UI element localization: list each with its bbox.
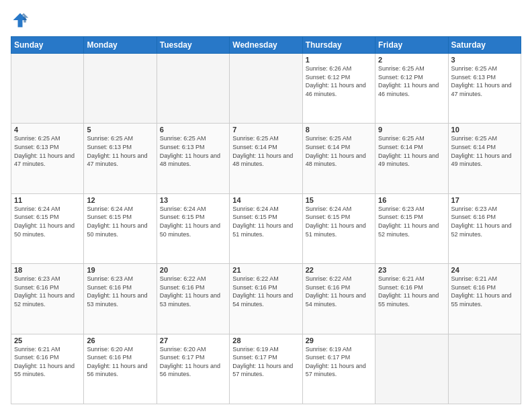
calendar-cell: 9Sunrise: 6:25 AMSunset: 6:14 PMDaylight… (375, 124, 448, 193)
calendar-day-header: Thursday (302, 37, 375, 54)
calendar-cell: 12Sunrise: 6:24 AMSunset: 6:15 PMDayligh… (84, 193, 157, 263)
calendar-table: SundayMondayTuesdayWednesdayThursdayFrid… (11, 36, 521, 404)
day-number: 21 (232, 266, 299, 274)
day-info: Sunrise: 6:23 AMSunset: 6:16 PMDaylight:… (87, 275, 153, 308)
calendar-cell: 16Sunrise: 6:23 AMSunset: 6:15 PMDayligh… (375, 193, 448, 263)
calendar-cell: 3Sunrise: 6:25 AMSunset: 6:13 PMDaylight… (448, 54, 521, 124)
calendar-cell (11, 54, 84, 124)
calendar-cell: 11Sunrise: 6:24 AMSunset: 6:15 PMDayligh… (11, 193, 84, 263)
day-info: Sunrise: 6:21 AMSunset: 6:16 PMDaylight:… (378, 275, 445, 308)
day-info: Sunrise: 6:20 AMSunset: 6:16 PMDaylight:… (87, 345, 153, 379)
day-info: Sunrise: 6:25 AMSunset: 6:14 PMDaylight:… (232, 134, 299, 168)
day-info: Sunrise: 6:25 AMSunset: 6:13 PMDaylight:… (160, 134, 226, 168)
day-info: Sunrise: 6:22 AMSunset: 6:16 PMDaylight:… (232, 275, 299, 308)
day-number: 28 (232, 336, 299, 345)
calendar-day-header: Tuesday (157, 37, 229, 54)
day-number: 10 (451, 126, 518, 134)
day-number: 20 (160, 266, 226, 274)
calendar-cell: 10Sunrise: 6:25 AMSunset: 6:14 PMDayligh… (448, 124, 521, 193)
day-info: Sunrise: 6:20 AMSunset: 6:17 PMDaylight:… (160, 345, 226, 379)
calendar-week-row: 25Sunrise: 6:21 AMSunset: 6:16 PMDayligh… (11, 334, 521, 404)
day-info: Sunrise: 6:23 AMSunset: 6:15 PMDaylight:… (378, 205, 445, 238)
day-number: 7 (232, 126, 299, 134)
day-info: Sunrise: 6:25 AMSunset: 6:14 PMDaylight:… (378, 134, 445, 168)
calendar-day-header: Monday (84, 37, 157, 54)
day-info: Sunrise: 6:25 AMSunset: 6:14 PMDaylight:… (451, 134, 518, 168)
day-info: Sunrise: 6:26 AMSunset: 6:12 PMDaylight:… (306, 64, 372, 98)
day-number: 9 (378, 126, 445, 134)
day-info: Sunrise: 6:22 AMSunset: 6:16 PMDaylight:… (306, 275, 372, 308)
calendar-cell: 2Sunrise: 6:25 AMSunset: 6:12 PMDaylight… (375, 54, 448, 124)
day-info: Sunrise: 6:25 AMSunset: 6:12 PMDaylight:… (378, 64, 445, 98)
logo-icon (11, 11, 30, 30)
calendar-cell: 6Sunrise: 6:25 AMSunset: 6:13 PMDaylight… (157, 124, 229, 193)
day-info: Sunrise: 6:23 AMSunset: 6:16 PMDaylight:… (451, 205, 518, 238)
day-info: Sunrise: 6:22 AMSunset: 6:16 PMDaylight:… (160, 275, 226, 308)
calendar-cell: 21Sunrise: 6:22 AMSunset: 6:16 PMDayligh… (230, 264, 302, 334)
day-number: 11 (14, 196, 81, 204)
day-number: 29 (306, 336, 372, 345)
day-info: Sunrise: 6:24 AMSunset: 6:15 PMDaylight:… (87, 205, 153, 238)
calendar-header-row: SundayMondayTuesdayWednesdayThursdayFrid… (11, 37, 521, 54)
calendar-day-header: Wednesday (230, 37, 302, 54)
calendar-cell: 29Sunrise: 6:19 AMSunset: 6:17 PMDayligh… (302, 334, 375, 404)
day-info: Sunrise: 6:25 AMSunset: 6:13 PMDaylight:… (14, 134, 81, 168)
calendar-cell: 22Sunrise: 6:22 AMSunset: 6:16 PMDayligh… (302, 264, 375, 334)
page: SundayMondayTuesdayWednesdayThursdayFrid… (0, 0, 532, 411)
calendar-cell: 27Sunrise: 6:20 AMSunset: 6:17 PMDayligh… (157, 334, 229, 404)
day-number: 2 (378, 56, 445, 64)
day-info: Sunrise: 6:25 AMSunset: 6:13 PMDaylight:… (87, 134, 153, 168)
day-number: 5 (87, 126, 153, 134)
day-number: 14 (232, 196, 299, 204)
day-info: Sunrise: 6:23 AMSunset: 6:16 PMDaylight:… (14, 275, 81, 308)
day-number: 24 (451, 266, 518, 274)
calendar-cell (157, 54, 229, 124)
calendar-day-header: Saturday (448, 37, 521, 54)
calendar-week-row: 1Sunrise: 6:26 AMSunset: 6:12 PMDaylight… (11, 54, 521, 124)
day-info: Sunrise: 6:24 AMSunset: 6:15 PMDaylight:… (160, 205, 226, 238)
day-number: 8 (306, 126, 372, 134)
day-info: Sunrise: 6:21 AMSunset: 6:16 PMDaylight:… (14, 345, 81, 379)
day-number: 25 (14, 336, 81, 345)
header (11, 11, 521, 30)
day-number: 15 (306, 196, 372, 204)
calendar-week-row: 11Sunrise: 6:24 AMSunset: 6:15 PMDayligh… (11, 193, 521, 263)
calendar-day-header: Friday (375, 37, 448, 54)
day-info: Sunrise: 6:21 AMSunset: 6:16 PMDaylight:… (451, 275, 518, 308)
day-number: 16 (378, 196, 445, 204)
day-number: 27 (160, 336, 226, 345)
day-number: 1 (306, 56, 372, 64)
day-info: Sunrise: 6:24 AMSunset: 6:15 PMDaylight:… (14, 205, 81, 238)
day-info: Sunrise: 6:25 AMSunset: 6:13 PMDaylight:… (451, 64, 518, 98)
calendar-cell (448, 334, 521, 404)
calendar-cell: 24Sunrise: 6:21 AMSunset: 6:16 PMDayligh… (448, 264, 521, 334)
calendar-cell (375, 334, 448, 404)
calendar-cell: 1Sunrise: 6:26 AMSunset: 6:12 PMDaylight… (302, 54, 375, 124)
calendar-cell: 28Sunrise: 6:19 AMSunset: 6:17 PMDayligh… (230, 334, 302, 404)
day-number: 4 (14, 126, 81, 134)
day-number: 6 (160, 126, 226, 134)
day-number: 3 (451, 56, 518, 64)
calendar-cell: 19Sunrise: 6:23 AMSunset: 6:16 PMDayligh… (84, 264, 157, 334)
day-info: Sunrise: 6:24 AMSunset: 6:15 PMDaylight:… (232, 205, 299, 238)
calendar-cell: 5Sunrise: 6:25 AMSunset: 6:13 PMDaylight… (84, 124, 157, 193)
day-number: 23 (378, 266, 445, 274)
day-number: 18 (14, 266, 81, 274)
day-info: Sunrise: 6:24 AMSunset: 6:15 PMDaylight:… (306, 205, 372, 238)
day-info: Sunrise: 6:25 AMSunset: 6:14 PMDaylight:… (306, 134, 372, 168)
calendar-cell: 17Sunrise: 6:23 AMSunset: 6:16 PMDayligh… (448, 193, 521, 263)
calendar-cell (84, 54, 157, 124)
calendar-cell: 7Sunrise: 6:25 AMSunset: 6:14 PMDaylight… (230, 124, 302, 193)
day-number: 12 (87, 196, 153, 204)
calendar-cell: 23Sunrise: 6:21 AMSunset: 6:16 PMDayligh… (375, 264, 448, 334)
day-info: Sunrise: 6:19 AMSunset: 6:17 PMDaylight:… (306, 345, 372, 379)
day-number: 26 (87, 336, 153, 345)
calendar-cell: 15Sunrise: 6:24 AMSunset: 6:15 PMDayligh… (302, 193, 375, 263)
day-number: 17 (451, 196, 518, 204)
calendar-cell: 14Sunrise: 6:24 AMSunset: 6:15 PMDayligh… (230, 193, 302, 263)
calendar-cell: 8Sunrise: 6:25 AMSunset: 6:14 PMDaylight… (302, 124, 375, 193)
day-number: 19 (87, 266, 153, 274)
calendar-day-header: Sunday (11, 37, 84, 54)
calendar-cell: 26Sunrise: 6:20 AMSunset: 6:16 PMDayligh… (84, 334, 157, 404)
calendar-cell: 25Sunrise: 6:21 AMSunset: 6:16 PMDayligh… (11, 334, 84, 404)
